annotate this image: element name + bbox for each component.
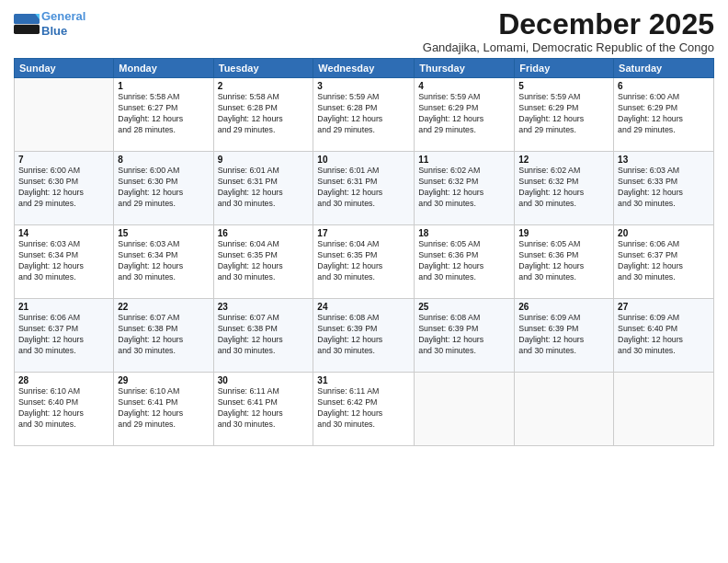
day-number: 18 [418,228,510,238]
day-info: Sunrise: 6:06 AM Sunset: 6:37 PM Dayligh… [618,239,710,283]
day-number: 27 [618,302,710,312]
day-info: Sunrise: 6:00 AM Sunset: 6:30 PM Dayligh… [18,166,109,210]
day-number: 25 [418,302,510,312]
logo: General Blue [14,9,85,38]
calendar-cell: 22Sunrise: 6:07 AM Sunset: 6:38 PM Dayli… [114,299,213,373]
day-number: 26 [518,302,609,312]
col-header-thursday: Thursday [415,59,515,78]
calendar-cell: 19Sunrise: 6:05 AM Sunset: 6:36 PM Dayli… [515,225,614,299]
page: General Blue December 2025 Gandajika, Lo… [0,0,728,563]
day-number: 11 [418,155,510,165]
logo-blue: Blue [41,24,67,38]
day-info: Sunrise: 6:06 AM Sunset: 6:37 PM Dayligh… [18,313,109,357]
day-number: 6 [618,81,710,91]
day-info: Sunrise: 5:59 AM Sunset: 6:29 PM Dayligh… [518,92,609,136]
day-info: Sunrise: 6:07 AM Sunset: 6:38 PM Dayligh… [118,313,209,357]
calendar-cell: 24Sunrise: 6:08 AM Sunset: 6:39 PM Dayli… [313,299,415,373]
day-info: Sunrise: 6:00 AM Sunset: 6:29 PM Dayligh… [618,92,710,136]
calendar-cell: 5Sunrise: 5:59 AM Sunset: 6:29 PM Daylig… [515,78,614,152]
day-info: Sunrise: 6:04 AM Sunset: 6:35 PM Dayligh… [317,239,410,283]
day-number: 1 [118,81,209,91]
calendar-cell: 23Sunrise: 6:07 AM Sunset: 6:38 PM Dayli… [213,299,313,373]
calendar-table: SundayMondayTuesdayWednesdayThursdayFrid… [14,58,714,446]
header-row: SundayMondayTuesdayWednesdayThursdayFrid… [15,59,714,78]
day-info: Sunrise: 6:05 AM Sunset: 6:36 PM Dayligh… [418,239,510,283]
calendar-cell: 8Sunrise: 6:00 AM Sunset: 6:30 PM Daylig… [114,152,213,225]
day-info: Sunrise: 6:09 AM Sunset: 6:40 PM Dayligh… [618,313,710,357]
week-row-5: 28Sunrise: 6:10 AM Sunset: 6:40 PM Dayli… [15,373,714,446]
calendar-cell: 12Sunrise: 6:02 AM Sunset: 6:32 PM Dayli… [515,152,614,225]
week-row-1: 1Sunrise: 5:58 AM Sunset: 6:27 PM Daylig… [15,78,714,152]
calendar-cell: 21Sunrise: 6:06 AM Sunset: 6:37 PM Dayli… [15,299,114,373]
calendar-cell: 30Sunrise: 6:11 AM Sunset: 6:41 PM Dayli… [213,373,313,446]
day-info: Sunrise: 6:03 AM Sunset: 6:33 PM Dayligh… [618,166,710,210]
day-number: 21 [18,302,109,312]
month-title: December 2025 [423,9,714,39]
calendar-cell: 25Sunrise: 6:08 AM Sunset: 6:39 PM Dayli… [415,299,515,373]
day-info: Sunrise: 6:09 AM Sunset: 6:39 PM Dayligh… [518,313,609,357]
day-number: 15 [118,228,209,238]
day-info: Sunrise: 6:07 AM Sunset: 6:38 PM Dayligh… [218,313,310,357]
day-info: Sunrise: 5:59 AM Sunset: 6:28 PM Dayligh… [317,92,410,136]
calendar-cell: 13Sunrise: 6:03 AM Sunset: 6:33 PM Dayli… [614,152,714,225]
week-row-2: 7Sunrise: 6:00 AM Sunset: 6:30 PM Daylig… [15,152,714,225]
calendar-cell: 1Sunrise: 5:58 AM Sunset: 6:27 PM Daylig… [114,78,213,152]
day-number: 17 [317,228,410,238]
col-header-sunday: Sunday [15,59,114,78]
day-number: 19 [518,228,609,238]
day-info: Sunrise: 6:01 AM Sunset: 6:31 PM Dayligh… [317,166,410,210]
day-number: 28 [18,375,109,385]
day-number: 31 [317,375,410,385]
col-header-tuesday: Tuesday [213,59,313,78]
calendar-cell [515,373,614,446]
calendar-cell [614,373,714,446]
calendar-cell: 9Sunrise: 6:01 AM Sunset: 6:31 PM Daylig… [213,152,313,225]
week-row-4: 21Sunrise: 6:06 AM Sunset: 6:37 PM Dayli… [15,299,714,373]
logo-general: General [41,9,85,23]
col-header-wednesday: Wednesday [313,59,415,78]
col-header-saturday: Saturday [614,59,714,78]
calendar-cell: 14Sunrise: 6:03 AM Sunset: 6:34 PM Dayli… [15,225,114,299]
day-info: Sunrise: 6:00 AM Sunset: 6:30 PM Dayligh… [118,166,209,210]
day-info: Sunrise: 5:59 AM Sunset: 6:29 PM Dayligh… [418,92,510,136]
week-row-3: 14Sunrise: 6:03 AM Sunset: 6:34 PM Dayli… [15,225,714,299]
calendar-cell: 28Sunrise: 6:10 AM Sunset: 6:40 PM Dayli… [15,373,114,446]
day-number: 7 [18,155,109,165]
day-number: 5 [518,81,609,91]
day-info: Sunrise: 6:05 AM Sunset: 6:36 PM Dayligh… [518,239,609,283]
calendar-cell: 31Sunrise: 6:11 AM Sunset: 6:42 PM Dayli… [313,373,415,446]
day-number: 14 [18,228,109,238]
calendar-cell: 10Sunrise: 6:01 AM Sunset: 6:31 PM Dayli… [313,152,415,225]
day-info: Sunrise: 6:10 AM Sunset: 6:41 PM Dayligh… [118,386,209,431]
day-info: Sunrise: 6:08 AM Sunset: 6:39 PM Dayligh… [317,313,410,357]
day-info: Sunrise: 6:11 AM Sunset: 6:41 PM Dayligh… [218,386,310,431]
title-block: December 2025 Gandajika, Lomami, Democra… [423,9,714,54]
calendar-cell: 16Sunrise: 6:04 AM Sunset: 6:35 PM Dayli… [213,225,313,299]
calendar-cell: 27Sunrise: 6:09 AM Sunset: 6:40 PM Dayli… [614,299,714,373]
calendar-cell [415,373,515,446]
logo-icon [14,14,40,34]
day-number: 8 [118,155,209,165]
day-info: Sunrise: 6:11 AM Sunset: 6:42 PM Dayligh… [317,386,410,431]
logo-text: General Blue [41,9,85,38]
subtitle: Gandajika, Lomami, Democratic Republic o… [423,40,714,54]
day-info: Sunrise: 6:10 AM Sunset: 6:40 PM Dayligh… [18,386,109,431]
day-number: 12 [518,155,609,165]
calendar-cell [15,78,114,152]
day-info: Sunrise: 6:02 AM Sunset: 6:32 PM Dayligh… [518,166,609,210]
calendar-cell: 20Sunrise: 6:06 AM Sunset: 6:37 PM Dayli… [614,225,714,299]
day-info: Sunrise: 5:58 AM Sunset: 6:27 PM Dayligh… [118,92,209,136]
calendar-cell: 7Sunrise: 6:00 AM Sunset: 6:30 PM Daylig… [15,152,114,225]
day-number: 13 [618,155,710,165]
calendar-cell: 29Sunrise: 6:10 AM Sunset: 6:41 PM Dayli… [114,373,213,446]
calendar-cell: 26Sunrise: 6:09 AM Sunset: 6:39 PM Dayli… [515,299,614,373]
day-number: 4 [418,81,510,91]
day-info: Sunrise: 6:01 AM Sunset: 6:31 PM Dayligh… [218,166,310,210]
day-number: 2 [218,81,310,91]
day-info: Sunrise: 6:03 AM Sunset: 6:34 PM Dayligh… [18,239,109,283]
calendar-cell: 15Sunrise: 6:03 AM Sunset: 6:34 PM Dayli… [114,225,213,299]
day-number: 29 [118,375,209,385]
day-info: Sunrise: 5:58 AM Sunset: 6:28 PM Dayligh… [218,92,310,136]
day-number: 9 [218,155,310,165]
day-number: 3 [317,81,410,91]
